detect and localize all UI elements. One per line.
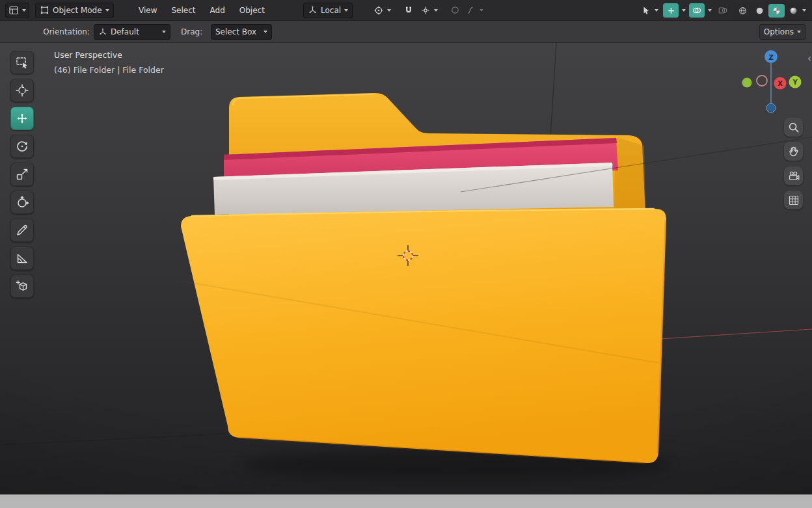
camera-view-icon [787, 170, 800, 183]
x-axis-line [660, 329, 812, 339]
cursor-tool-icon [14, 83, 30, 98]
material-shading-icon [772, 6, 781, 16]
scale-tool-icon [14, 167, 30, 182]
navigation-gizmo[interactable]: Z X Y [742, 50, 802, 113]
chevron-down-icon [480, 9, 483, 12]
chevron-down-icon [162, 31, 166, 33]
snap-toggle-button[interactable] [402, 3, 415, 18]
falloff-dropdown[interactable] [465, 3, 485, 18]
folder-front [181, 209, 666, 463]
status-bar [0, 494, 812, 508]
falloff-curve-icon [466, 5, 476, 16]
drag-value: Select Box [215, 27, 260, 36]
drag-label: Drag: [181, 27, 202, 36]
viewport-header: Object Mode View Select Add Object Local [0, 0, 812, 21]
axis-x-label: X [778, 80, 783, 87]
select-box-tool-button[interactable] [10, 51, 34, 74]
chevron-down-icon [344, 9, 348, 12]
rotate-tool-button[interactable] [10, 135, 34, 158]
pointer-dropdown-icon [641, 5, 651, 16]
snap-magnet-icon [403, 5, 414, 16]
chevron-down-icon[interactable] [802, 9, 806, 12]
toggle-xray-button[interactable] [715, 3, 731, 18]
pan-hand-icon [787, 145, 800, 158]
scale-tool-button[interactable] [10, 163, 34, 186]
transform-orientation-dropdown[interactable]: Local [303, 3, 353, 18]
mode-dropdown[interactable]: Object Mode [35, 3, 114, 18]
pan-button[interactable] [784, 142, 803, 161]
rendered-shading-icon [789, 6, 798, 16]
scene-3d: Z X Y [0, 43, 812, 494]
shading-material-button[interactable] [768, 4, 785, 18]
proportional-edit-toggle[interactable] [449, 3, 461, 18]
chevron-down-icon[interactable] [708, 9, 712, 12]
orthographic-grid-icon [787, 194, 800, 207]
shading-rendered-button[interactable] [785, 4, 802, 18]
orientation-label: Orientation: [36, 27, 90, 36]
zoom-icon [787, 121, 800, 134]
axis-y-label: Y [792, 79, 798, 86]
folder-object[interactable] [181, 93, 812, 481]
orthographic-toggle-button[interactable] [784, 191, 803, 209]
transform-tool-icon [14, 194, 30, 210]
shading-solid-button[interactable] [751, 4, 768, 18]
rotate-tool-icon [14, 139, 30, 154]
options-dropdown[interactable]: Options [759, 24, 805, 40]
chevron-down-icon [655, 9, 658, 12]
gizmo-extras-dropdown[interactable] [640, 3, 660, 18]
xray-icon [718, 5, 728, 16]
object-mode-icon [40, 5, 49, 15]
axis-z-label: Z [768, 53, 774, 61]
show-gizmo-toggle[interactable] [663, 3, 679, 18]
add-cube-icon [14, 278, 30, 294]
chevron-down-icon [22, 9, 26, 12]
sidebar-toggle-arrow[interactable]: ‹ [807, 53, 811, 64]
axis-x-neg-handle[interactable] [757, 75, 767, 86]
cursor-tool-button[interactable] [10, 79, 34, 102]
measure-tool-icon [14, 250, 30, 266]
orientation-value: Default [111, 27, 159, 36]
menu-object[interactable]: Object [234, 4, 271, 17]
chevron-down-icon [434, 9, 438, 12]
transform-orientation-icon [308, 5, 318, 15]
mode-label: Object Mode [53, 6, 102, 15]
solid-shading-icon [755, 6, 765, 16]
axis-y-neg-handle[interactable] [742, 78, 752, 88]
orientation-value: Local [321, 6, 341, 15]
editor-type-button[interactable] [5, 3, 29, 18]
transform-tool-button[interactable] [10, 191, 34, 214]
viewport-canvas[interactable]: Z X Y User Perspective (46) File Folder … [0, 43, 812, 494]
menu-view[interactable]: View [133, 4, 163, 17]
select-box-icon [14, 55, 30, 70]
pivot-point-icon [373, 5, 384, 16]
camera-view-button[interactable] [784, 167, 803, 185]
menu-select[interactable]: Select [165, 4, 201, 17]
transform-orientation-icon [98, 27, 107, 36]
orientation-default-dropdown[interactable]: Default [94, 24, 170, 40]
show-overlays-icon [692, 5, 702, 16]
wireframe-shading-icon [738, 6, 748, 16]
chevron-down-icon[interactable] [682, 9, 686, 12]
snap-target-dropdown[interactable] [419, 3, 439, 18]
options-label: Options [764, 27, 794, 36]
add-cube-tool-button[interactable] [10, 274, 34, 298]
tool-shelf [10, 51, 34, 302]
drag-mode-dropdown[interactable]: Select Box [211, 24, 272, 40]
chevron-down-icon [105, 9, 109, 12]
annotate-tool-button[interactable] [10, 219, 34, 242]
editor-type-icon [8, 5, 19, 16]
measure-tool-button[interactable] [10, 247, 34, 270]
show-gizmo-icon [666, 6, 676, 16]
header-right-cluster [640, 0, 808, 21]
pivot-point-dropdown[interactable] [372, 3, 392, 18]
shading-mode-group [734, 3, 808, 18]
move-tool-button[interactable] [10, 107, 34, 130]
zoom-button[interactable] [784, 118, 803, 137]
axis-z-neg-handle[interactable] [766, 103, 776, 113]
show-overlays-toggle[interactable] [689, 3, 705, 18]
menu-add[interactable]: Add [204, 4, 231, 17]
tool-settings-bar: Orientation: Default Drag: Select Box Op… [0, 21, 812, 43]
proportional-editing-icon [450, 5, 460, 15]
menu-bar: View Select Add Object [133, 0, 271, 21]
shading-wireframe-button[interactable] [735, 4, 751, 18]
